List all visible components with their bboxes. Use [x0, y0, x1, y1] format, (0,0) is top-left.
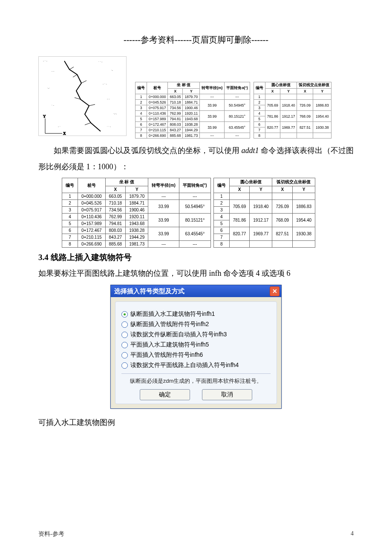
page-footer: 资料-参考 4 [38, 530, 354, 538]
tiny-table-left: 编号 桩号 坐 标 值 转弯半径(m) 平面转角α(°) XY 10+000.0… [135, 82, 250, 139]
table-row: 10+000.000663.051879.70------ [62, 193, 211, 199]
table-row: 4781.861912.17768.091954.40 [254, 111, 331, 116]
tiny-table-right-body: 1 2705.691918.40726.091886.8334781.86191… [254, 94, 331, 139]
dialog-hint: 纵断面必须是zdm生成的，平面图用本软件标注桩号。 [121, 373, 271, 385]
cancel-button[interactable]: 取消 [202, 389, 252, 400]
table-row: 80+266.690885.681981.73------ [135, 133, 250, 139]
large-table-right-body: 1 2705.691918.40726.091886.8334781.86191… [213, 193, 315, 247]
page-header: ------参考资料------页眉页脚可删除------ [38, 34, 354, 46]
figure-row-top: Y X - · -· · - - -·- - · -·-· - -· - ·-·… [38, 56, 354, 139]
svg-text:X: X [63, 131, 66, 136]
dialog-option[interactable]: 纵断面插入管线附件符号infh2 [121, 321, 271, 328]
table-row: 4781.861912.17768.091954.40 [213, 213, 315, 220]
tiny-table-left-body: 10+000.000663.051879.70------20+045.5267… [135, 94, 250, 139]
table-row: 1 [254, 94, 331, 100]
dialog-option[interactable]: 读数据文件平面线路上自动插入符号infh4 [121, 361, 271, 369]
table-row: 40+110.436762.991920.1133.9980.15121° [135, 111, 250, 116]
dialog-option-label: 纵断面插入水工建筑物符号infh1 [130, 310, 215, 318]
large-tables: 编号 桩号 坐 标 值 转弯半径(m) 平面转角α(°) XY 10+000.0… [62, 178, 354, 248]
paragraph-addt1: 如果需要圆弧圆心以及弧段切线交点的坐标，可以使用 addt1 命令选择该表得出（… [38, 143, 354, 175]
radio-icon[interactable] [121, 342, 128, 348]
table-row: 80+266.690885.681981.73------ [62, 240, 211, 247]
ok-button[interactable]: 确定 [140, 389, 190, 400]
dialog-titlebar[interactable]: 选择插入符号类型及方式 ✕ [111, 285, 281, 297]
table-row: 6820.771969.77827.511930.38 [213, 227, 315, 234]
dialog-option-label: 读数据文件纵断面自动插入符号infh3 [130, 331, 227, 338]
cmd-addt1: addt1 [242, 146, 259, 155]
dialog-option[interactable]: 读数据文件纵断面自动插入符号infh3 [121, 331, 271, 338]
radio-icon[interactable] [121, 362, 128, 369]
dialog-option-label: 读数据文件平面线路上自动插入符号infh4 [130, 361, 239, 369]
dialog-option-label: 纵断面插入管线附件符号infh2 [130, 321, 209, 328]
svg-text:Y: Y [43, 114, 46, 119]
table-row: 2705.691918.40726.091886.83 [213, 199, 315, 206]
route-sketch-map: Y X - · -· · - - -·- - · -·-· - -· - ·-·… [38, 56, 127, 136]
dialog-option[interactable]: 平面插入管线附件符号infh6 [121, 351, 271, 359]
footer-left: 资料-参考 [38, 530, 64, 538]
large-table-right: 编号 圆心坐标值 弧切线交点坐标值 XY XY 1 2705.691918.40… [213, 178, 316, 248]
tiny-table-right: 编号 圆心坐标值 弧切线交点坐标值 XY XY 1 2705.691918.40… [254, 82, 332, 139]
svg-line-2 [81, 81, 86, 83]
table-row: 60+172.467808.031938.2833.9963.45545° [135, 122, 250, 127]
paragraph-infh: 如果要标注平面图线路上建筑物的位置，可以使用 infh 命令选项 4 或选项 6 [38, 266, 354, 282]
radio-icon[interactable] [121, 321, 128, 328]
insert-symbol-dialog: 选择插入符号类型及方式 ✕ 纵断面插入水工建筑物符号infh1纵断面插入管线附件… [110, 285, 282, 409]
tiny-tables-group: 编号 桩号 坐 标 值 转弯半径(m) 平面转角α(°) XY 10+000.0… [135, 82, 331, 139]
large-table-left-body: 10+000.000663.051879.70------20+045.5267… [62, 193, 211, 247]
dialog-option-label: 平面插入管线附件符号infh6 [130, 351, 203, 359]
svg-line-5 [85, 123, 91, 125]
radio-icon[interactable] [121, 332, 128, 338]
table-row: 20+045.526710.181884.7133.9950.54945° [135, 100, 250, 105]
table-row: 20+045.526710.181884.7133.9950.54945° [62, 199, 211, 206]
table-row: 1 [213, 193, 315, 199]
dialog-option[interactable]: 纵断面插入水工建筑物符号infh1 [121, 310, 271, 318]
radio-icon[interactable] [121, 311, 128, 318]
paragraph-legend: 可插入水工建筑物图例 [38, 415, 354, 431]
table-row: 2705.691918.40726.091886.83 [254, 100, 331, 105]
table-row: 8 [213, 240, 315, 247]
large-table-left: 编号 桩号 坐 标 值 转弯半径(m) 平面转角α(°) XY 10+000.0… [62, 178, 211, 248]
dialog-title-text: 选择插入符号类型及方式 [114, 287, 184, 295]
dialog-option-label: 平面插入水工建筑物符号infh5 [130, 341, 209, 349]
close-icon[interactable]: ✕ [270, 286, 280, 296]
table-row: 10+000.000663.051879.70------ [135, 94, 250, 100]
svg-line-4 [89, 104, 95, 106]
table-row: 60+172.467808.031938.2833.9963.45545° [62, 227, 211, 234]
svg-line-0 [69, 67, 74, 69]
table-row: 6820.771969.77827.511930.38 [254, 122, 331, 127]
dialog-option[interactable]: 平面插入水工建筑物符号infh5 [121, 341, 271, 349]
table-row: 40+110.436762.991920.1133.9980.15121° [62, 213, 211, 220]
footer-page-number: 4 [351, 530, 354, 538]
table-row: 8 [254, 133, 331, 139]
section-3-4-heading: 3.4 线路上插入建筑物符号 [38, 252, 354, 263]
svg-line-1 [73, 75, 77, 77]
dialog-options: 纵断面插入水工建筑物符号infh1纵断面插入管线附件符号infh2读数据文件纵断… [121, 310, 271, 369]
radio-icon[interactable] [121, 352, 128, 358]
